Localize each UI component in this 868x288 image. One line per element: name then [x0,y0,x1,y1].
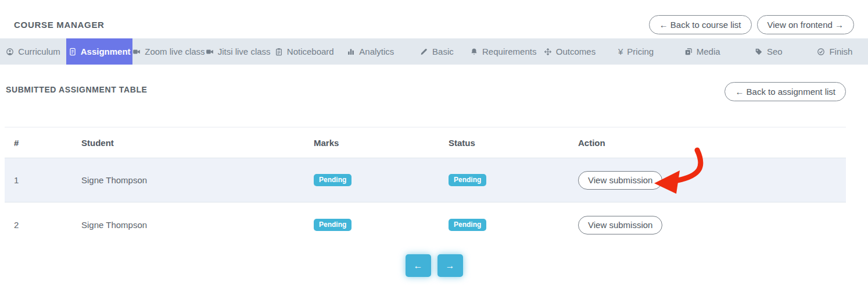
tab-label: Jitsi live class [218,47,271,56]
previous-page-button[interactable]: ← [406,254,431,277]
table-row: 2Signe ThompsonPendingPendingView submis… [5,202,846,247]
pen-icon [420,48,428,56]
video-camera-icon [206,48,214,56]
tab-pricing[interactable]: ¥Pricing [603,38,669,65]
tab-finish[interactable]: Finish [802,38,868,65]
pagination: ← → [0,254,868,277]
marks-cell: Pending [304,219,439,231]
tab-analytics[interactable]: Analytics [338,38,404,65]
section-title: SUBMITTED ASSIGNMENT TABLE [6,82,147,94]
column-header-index: # [5,138,72,148]
tab-label: Analytics [359,47,394,56]
bar-chart-icon [347,48,355,56]
marks-pending-badge: Pending [314,174,351,186]
action-cell: View submission [569,216,846,234]
table-row: 1Signe ThompsonPendingPendingView submis… [5,158,846,202]
tab-label: Assignment [81,47,131,56]
page-title: COURSE MANAGER [14,15,105,30]
page-header: COURSE MANAGER ← Back to course list Vie… [0,0,868,38]
column-header-marks: Marks [304,138,439,148]
tab-label: Seo [767,47,783,56]
status-cell: Pending [439,174,569,186]
tab-jitsi-live-class[interactable]: Jitsi live class [205,38,271,65]
tab-label: Curriculum [18,47,60,56]
tab-outcomes[interactable]: Outcomes [536,38,602,65]
bell-icon [470,48,478,56]
back-to-course-list-button[interactable]: ← Back to course list [649,15,752,34]
tab-noticeboard[interactable]: Noticeboard [271,38,338,65]
yen-icon: ¥ [618,48,623,56]
marks-cell: Pending [304,174,439,186]
tab-label: Zoom live class [145,47,205,56]
view-on-frontend-button[interactable]: View on frontend → [757,15,854,34]
user-circle-icon [6,48,14,56]
action-cell: View submission [569,171,846,190]
tab-assignment[interactable]: Assignment [66,38,132,65]
column-header-status: Status [439,138,569,148]
tab-label: Pricing [627,47,654,56]
media-play-icon [684,48,693,56]
tab-label: Outcomes [556,47,596,56]
tab-label: Media [697,47,720,56]
view-submission-button[interactable]: View submission [578,171,662,190]
status-cell: Pending [439,219,569,231]
tab-curriculum[interactable]: Curriculum [0,38,66,65]
marks-pending-badge: Pending [314,219,351,231]
status-pending-badge: Pending [449,219,486,231]
clipboard-icon [275,48,283,56]
student-cell: Signe Thompson [72,220,304,230]
submitted-assignment-table: # Student Marks Status Action 1Signe Tho… [5,127,846,247]
tab-zoom-live-class[interactable]: Zoom live class [132,38,205,65]
tab-label: Basic [432,47,454,56]
header-buttons: ← Back to course list View on frontend → [649,15,854,34]
move-arrows-icon [544,48,552,56]
column-header-student: Student [72,138,304,148]
check-circle-icon [817,48,825,56]
tab-label: Noticeboard [287,47,334,56]
column-header-action: Action [569,138,846,148]
next-page-button[interactable]: → [437,254,463,277]
section-header: SUBMITTED ASSIGNMENT TABLE ← Back to ass… [6,82,846,101]
index-cell: 2 [5,220,72,230]
file-text-icon [69,48,77,56]
tab-requirements[interactable]: Requirements [470,38,536,65]
back-to-assignment-list-button[interactable]: ← Back to assignment list [724,82,846,101]
tab-basic[interactable]: Basic [404,38,470,65]
status-pending-badge: Pending [449,174,486,186]
index-cell: 1 [5,175,72,185]
video-camera-icon [132,48,141,56]
table-header-row: # Student Marks Status Action [5,127,846,158]
student-cell: Signe Thompson [72,175,304,185]
tab-seo[interactable]: Seo [736,38,802,65]
tab-media[interactable]: Media [669,38,736,65]
tab-label: Requirements [482,47,536,56]
table-body: 1Signe ThompsonPendingPendingView submis… [5,158,846,247]
view-submission-button[interactable]: View submission [578,216,662,234]
tab-label: Finish [829,47,852,56]
tag-icon [755,48,763,56]
tab-bar: CurriculumAssignmentZoom live classJitsi… [0,38,868,65]
